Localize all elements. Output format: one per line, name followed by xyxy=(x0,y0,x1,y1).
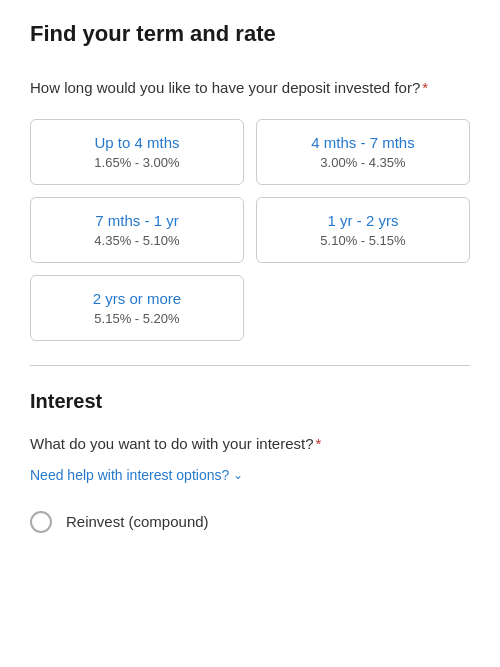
section-divider xyxy=(30,365,470,366)
term-card-7-mths-1-yr[interactable]: 7 mths - 1 yr 4.35% - 5.10% xyxy=(30,197,244,263)
help-link-interest-options[interactable]: Need help with interest options? ⌄ xyxy=(30,467,243,483)
term-rate-up-to-4-mths: 1.65% - 3.00% xyxy=(47,155,227,170)
term-rate-2-yrs-or-more: 5.15% - 5.20% xyxy=(47,311,227,326)
term-card-4-mths-7-mths[interactable]: 4 mths - 7 mths 3.00% - 4.35% xyxy=(256,119,470,185)
term-label-4-mths-7-mths: 4 mths - 7 mths xyxy=(273,134,453,151)
term-label-7-mths-1-yr: 7 mths - 1 yr xyxy=(47,212,227,229)
reinvest-option-row[interactable]: Reinvest (compound) xyxy=(30,511,470,533)
reinvest-label: Reinvest (compound) xyxy=(66,513,209,530)
page-title: Find your term and rate xyxy=(30,20,470,49)
reinvest-radio-button[interactable] xyxy=(30,511,52,533)
deposit-question: How long would you like to have your dep… xyxy=(30,77,470,100)
term-rate-1-yr-2-yrs: 5.10% - 5.15% xyxy=(273,233,453,248)
term-rate-7-mths-1-yr: 4.35% - 5.10% xyxy=(47,233,227,248)
term-label-1-yr-2-yrs: 1 yr - 2 yrs xyxy=(273,212,453,229)
chevron-down-icon: ⌄ xyxy=(233,468,243,482)
interest-question-text: What do you want to do with your interes… xyxy=(30,435,313,452)
term-card-1-yr-2-yrs[interactable]: 1 yr - 2 yrs 5.10% - 5.15% xyxy=(256,197,470,263)
interest-question: What do you want to do with your interes… xyxy=(30,433,470,456)
interest-section-title: Interest xyxy=(30,390,470,413)
term-card-up-to-4-mths[interactable]: Up to 4 mths 1.65% - 3.00% xyxy=(30,119,244,185)
term-rate-4-mths-7-mths: 3.00% - 4.35% xyxy=(273,155,453,170)
term-label-up-to-4-mths: Up to 4 mths xyxy=(47,134,227,151)
help-link-text: Need help with interest options? xyxy=(30,467,229,483)
interest-required-indicator: * xyxy=(315,435,321,452)
required-indicator: * xyxy=(422,79,428,96)
term-label-2-yrs-or-more: 2 yrs or more xyxy=(47,290,227,307)
deposit-question-text: How long would you like to have your dep… xyxy=(30,79,420,96)
term-options-grid: Up to 4 mths 1.65% - 3.00% 4 mths - 7 mt… xyxy=(30,119,470,263)
term-card-2-yrs-or-more[interactable]: 2 yrs or more 5.15% - 5.20% xyxy=(30,275,244,341)
